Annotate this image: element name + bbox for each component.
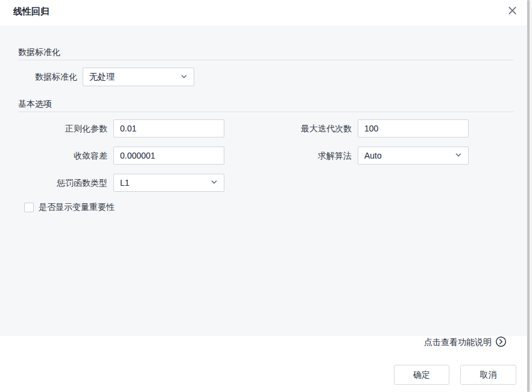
show-importance-label: 是否显示变量重要性 (39, 202, 115, 213)
close-button[interactable] (504, 4, 520, 19)
help-link[interactable]: 点击查看功能说明 (424, 337, 507, 349)
standardization-select[interactable]: 无处理 (83, 68, 194, 86)
solver-select[interactable]: Auto (358, 147, 469, 165)
regularization-input[interactable] (113, 119, 224, 138)
chevron-down-icon (455, 151, 462, 160)
close-icon (508, 6, 517, 17)
circle-arrow-right-icon (495, 336, 507, 349)
show-importance-checkbox[interactable] (24, 203, 34, 212)
regularization-label: 正则化参数 (18, 119, 107, 138)
section-standardization-title: 数据标准化 (18, 47, 513, 60)
penalty-select-value: L1 (120, 178, 211, 188)
penalty-select[interactable]: L1 (113, 174, 224, 192)
linear-regression-dialog: 线性回归 数据标准化 数据标准化 无处理 基本选项 正则化参数 最大迭代次数 收… (0, 0, 532, 392)
show-importance-row: 是否显示变量重要性 (24, 202, 115, 213)
dialog-title: 线性回归 (13, 6, 49, 17)
section-basic-title: 基本选项 (18, 99, 513, 112)
ok-button[interactable]: 确定 (394, 365, 449, 385)
tolerance-label: 收敛容差 (18, 147, 107, 165)
help-link-label: 点击查看功能说明 (424, 337, 492, 348)
max-iterations-label: 最大迭代次数 (265, 119, 352, 138)
penalty-label: 惩罚函数类型 (18, 174, 107, 192)
solver-select-value: Auto (364, 151, 455, 160)
standardization-select-value: 无处理 (89, 72, 180, 83)
cancel-button[interactable]: 取消 (460, 365, 516, 385)
chevron-down-icon (211, 178, 218, 188)
chevron-down-icon (180, 72, 188, 82)
vertical-scrollbar (527, 0, 532, 392)
solver-label: 求解算法 (265, 147, 352, 165)
max-iterations-input[interactable] (358, 119, 469, 138)
scrollbar-thumb[interactable] (527, 0, 530, 392)
standardization-label: 数据标准化 (18, 68, 77, 86)
tolerance-input[interactable] (113, 147, 224, 165)
